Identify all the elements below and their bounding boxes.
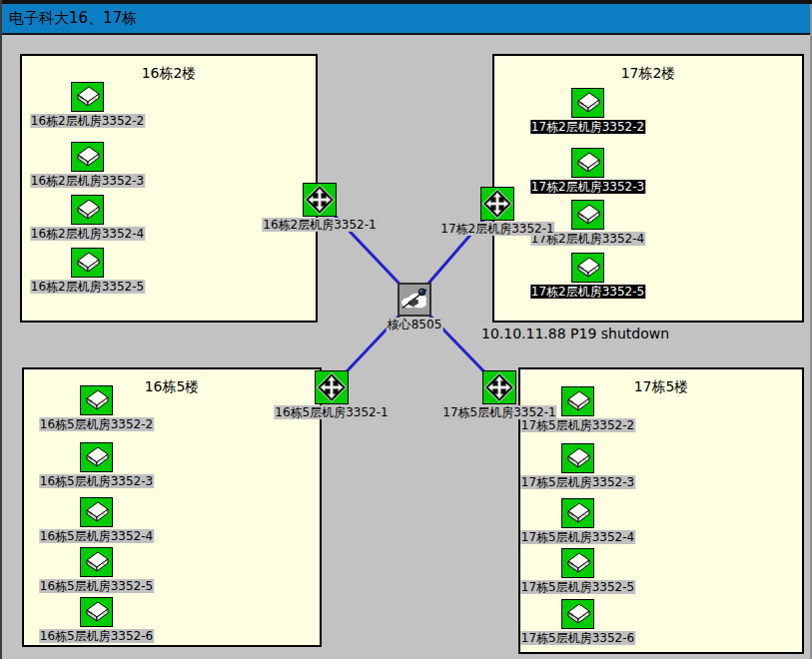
hub-label: 17栋2层机房3352-1 <box>439 222 554 236</box>
hub-node[interactable]: 17栋2层机房3352-1 <box>480 187 514 221</box>
device-label: 16栋2层机房3352-2 <box>30 114 145 128</box>
switch-icon <box>80 497 113 527</box>
device-node[interactable]: 17栋5层机房3352-3 <box>561 443 594 473</box>
switch-icon <box>71 195 104 225</box>
device-node[interactable]: 16栋5层机房3352-5 <box>80 547 113 577</box>
hub-node[interactable]: 16栋5层机房3352-1 <box>315 370 349 404</box>
device-node[interactable]: 17栋5层机房3352-5 <box>561 548 594 578</box>
device-label: 16栋2层机房3352-5 <box>30 280 145 294</box>
device-label: 17栋2层机房3352-2 <box>530 120 645 134</box>
hub-label: 16栋5层机房3352-1 <box>274 405 389 419</box>
switch-icon <box>571 200 604 230</box>
switch-icon <box>571 88 604 118</box>
device-node[interactable]: 17栋5层机房3352-2 <box>561 386 594 416</box>
switch-icon <box>561 386 594 416</box>
device-node[interactable]: 17栋2层机房3352-2 <box>571 88 604 118</box>
switch-icon <box>571 253 604 283</box>
switch-icon <box>80 597 113 627</box>
device-node[interactable]: 17栋2层机房3352-3 <box>571 148 604 178</box>
switch-icon <box>561 599 594 629</box>
switch-icon <box>561 548 594 578</box>
device-node[interactable]: 16栋2层机房3352-3 <box>71 142 104 172</box>
switch-icon <box>80 385 113 415</box>
core-node[interactable]: 核心8505 <box>398 283 431 317</box>
router-hub-icon <box>315 370 349 404</box>
device-node[interactable]: 17栋5层机房3352-6 <box>561 599 594 629</box>
device-label: 17栋5层机房3352-5 <box>520 580 635 594</box>
switch-icon <box>80 442 113 472</box>
device-label: 17栋2层机房3352-3 <box>530 180 645 194</box>
device-label: 16栋2层机房3352-3 <box>30 174 145 188</box>
group-title-16f2: 16栋2楼 <box>22 65 316 83</box>
app-window: 电子科大16、17栋 16栋2楼 17栋2楼 16栋5楼 17栋5楼 10.10… <box>0 0 812 659</box>
map-canvas[interactable]: 16栋2楼 17栋2楼 16栋5楼 17栋5楼 10.10.11.88 P19 … <box>0 35 812 659</box>
hub-label: 17栋5层机房3352-1 <box>441 405 556 419</box>
device-node[interactable]: 16栋5层机房3352-3 <box>80 442 113 472</box>
device-label: 16栋5层机房3352-3 <box>39 474 154 488</box>
group-title-16f5: 16栋5楼 <box>24 378 320 396</box>
device-label: 17栋5层机房3352-3 <box>520 475 635 489</box>
switch-icon <box>71 248 104 278</box>
window-title: 电子科大16、17栋 <box>9 9 137 27</box>
device-node[interactable]: 17栋5层机房3352-4 <box>561 498 594 528</box>
device-node[interactable]: 17栋2层机房3352-4 <box>571 200 604 230</box>
router-hub-icon <box>480 187 514 221</box>
network-cloud-icon <box>398 283 431 317</box>
window-frame-left <box>0 0 2 659</box>
router-hub-icon <box>482 370 516 404</box>
group-title-17f2: 17栋2楼 <box>494 65 802 83</box>
hub-label: 16栋2层机房3352-1 <box>262 218 377 232</box>
device-node[interactable]: 16栋5层机房3352-6 <box>80 597 113 627</box>
switch-icon <box>71 142 104 172</box>
device-label: 17栋5层机房3352-6 <box>520 631 635 645</box>
device-node[interactable]: 16栋2层机房3352-2 <box>71 82 104 112</box>
core-label: 核心8505 <box>387 318 443 331</box>
title-bar[interactable]: 电子科大16、17栋 <box>2 4 812 33</box>
device-label: 16栋5层机房3352-4 <box>39 529 154 543</box>
device-label: 17栋2层机房3352-5 <box>530 285 645 299</box>
device-node[interactable]: 16栋2层机房3352-5 <box>71 248 104 278</box>
hub-node[interactable]: 16栋2层机房3352-1 <box>303 183 337 217</box>
hub-node[interactable]: 17栋5层机房3352-1 <box>482 370 516 404</box>
device-label: 16栋2层机房3352-4 <box>30 227 145 241</box>
switch-icon <box>71 82 104 112</box>
router-hub-icon <box>303 183 337 217</box>
switch-icon <box>561 498 594 528</box>
device-label: 16栋5层机房3352-6 <box>39 629 154 643</box>
device-node[interactable]: 16栋5层机房3352-4 <box>80 497 113 527</box>
alarm-annotation: 10.10.11.88 P19 shutdown <box>481 326 669 341</box>
device-label: 17栋5层机房3352-2 <box>520 418 635 432</box>
switch-icon <box>80 547 113 577</box>
device-label: 16栋5层机房3352-5 <box>39 579 154 593</box>
device-label: 17栋5层机房3352-4 <box>520 530 635 544</box>
device-node[interactable]: 16栋2层机房3352-4 <box>71 195 104 225</box>
device-node[interactable]: 17栋2层机房3352-5 <box>571 253 604 283</box>
device-node[interactable]: 16栋5层机房3352-2 <box>80 385 113 415</box>
switch-icon <box>561 443 594 473</box>
device-label: 16栋5层机房3352-2 <box>39 417 154 431</box>
switch-icon <box>571 148 604 178</box>
